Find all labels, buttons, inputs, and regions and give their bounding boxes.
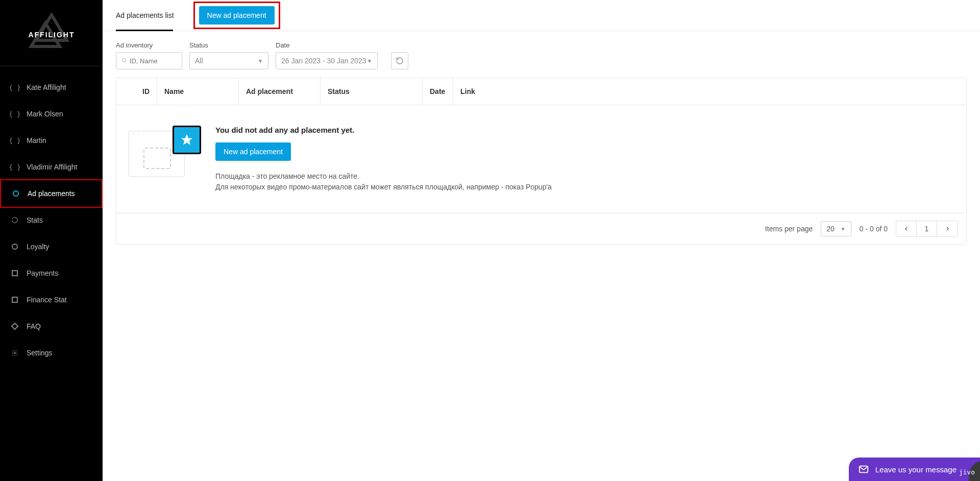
- empty-state: You did not add any ad placement yet. Ne…: [116, 105, 966, 213]
- sidebar-item-label: Finance Stat: [27, 296, 67, 304]
- page-number[interactable]: 1: [917, 221, 937, 236]
- diamond-icon: [10, 323, 19, 330]
- col-link: Link: [453, 78, 966, 105]
- sidebar-item-martin[interactable]: { }Martin: [0, 127, 103, 154]
- star-badge-icon: [173, 126, 201, 154]
- filter-date: Date 26 Jan 2023 - 30 Jan 2023 ▼: [276, 41, 378, 69]
- filter-label: Ad inventory: [116, 41, 182, 49]
- tab-label: Ad placements list: [116, 11, 174, 19]
- ad-inventory-input[interactable]: [130, 57, 177, 65]
- svg-point-9: [122, 59, 126, 62]
- prev-page-button[interactable]: [896, 221, 917, 236]
- tabs-row: Ad placements list New ad placement: [103, 0, 980, 31]
- empty-new-ad-placement-button[interactable]: New ad placement: [215, 142, 291, 161]
- sidebar-item-kate-affilight[interactable]: { }Kate Affilight: [0, 74, 103, 101]
- search-icon: [121, 57, 128, 64]
- per-page-value: 20: [826, 225, 835, 233]
- sidebar-item-mark-olsen[interactable]: { }Mark Olsen: [0, 101, 103, 127]
- new-ad-placement-button[interactable]: New ad placement: [199, 6, 275, 25]
- pager: 1: [896, 221, 958, 237]
- table-header: ID Name Ad placement Status Date Link: [116, 78, 966, 105]
- next-page-button[interactable]: [937, 221, 958, 236]
- sidebar-item-label: Mark Olsen: [27, 110, 63, 118]
- braces-icon: { }: [10, 137, 19, 145]
- svg-point-8: [14, 352, 16, 354]
- col-id: ID: [116, 78, 157, 105]
- col-status: Status: [321, 78, 423, 105]
- sidebar-item-label: Payments: [27, 269, 58, 277]
- highlight-new-ad-placement: New ad placement: [193, 2, 280, 29]
- empty-illustration: [129, 126, 195, 193]
- braces-icon: { }: [10, 84, 19, 91]
- sidebar: AFFILIGHT { }Kate Affilight{ }Mark Olsen…: [0, 0, 103, 481]
- placements-card: ID Name Ad placement Status Date Link Yo…: [116, 78, 967, 245]
- sidebar-item-ad-placements[interactable]: Ad placements: [0, 179, 103, 208]
- filter-status: Status All ▼: [189, 41, 268, 69]
- filter-label: Date: [276, 41, 378, 49]
- items-per-page-label: Items per page: [765, 225, 813, 233]
- empty-desc-line2: Для некоторых видео промо-материалов сай…: [215, 182, 552, 193]
- filter-label: Status: [189, 41, 268, 49]
- sidebar-item-label: Ad placements: [28, 189, 75, 198]
- sidebar-item-vladimir-affilight[interactable]: { }Vladimir Affilight: [0, 154, 103, 180]
- ad-inventory-input-wrap[interactable]: [116, 52, 182, 69]
- col-ad: Ad placement: [239, 78, 321, 105]
- svg-marker-11: [181, 134, 192, 145]
- sidebar-item-label: Settings: [27, 349, 53, 357]
- svg-point-3: [13, 191, 18, 196]
- svg-text:AFFILIGHT: AFFILIGHT: [28, 31, 75, 39]
- tab-ad-placements-list[interactable]: Ad placements list: [116, 0, 183, 31]
- date-range-picker[interactable]: 26 Jan 2023 - 30 Jan 2023 ▼: [276, 52, 378, 69]
- date-value: 26 Jan 2023 - 30 Jan 2023: [281, 57, 366, 65]
- pagination: Items per page 20 ▼ 0 - 0 of 0 1: [116, 213, 966, 244]
- col-name: Name: [157, 78, 239, 105]
- braces-icon: { }: [10, 163, 19, 171]
- svg-marker-7: [12, 323, 18, 329]
- status-value: All: [195, 57, 203, 65]
- chat-brand: jivo: [959, 468, 975, 476]
- chevron-down-icon: ▼: [258, 58, 263, 64]
- square-icon: [10, 270, 19, 277]
- star-icon: [180, 133, 193, 147]
- col-date: Date: [423, 78, 453, 105]
- circle-icon: [11, 190, 20, 197]
- affilight-logo-icon: AFFILIGHT: [21, 13, 82, 54]
- empty-desc-line1: Площадка - это рекламное место на сайте.: [215, 171, 552, 182]
- svg-rect-5: [12, 271, 17, 276]
- sidebar-item-payments[interactable]: Payments: [0, 260, 103, 286]
- sidebar-item-label: Stats: [27, 216, 43, 224]
- refresh-icon: [10, 217, 19, 224]
- circle-icon: [10, 243, 19, 250]
- status-select[interactable]: All ▼: [189, 52, 268, 69]
- filter-ad-inventory: Ad inventory: [116, 41, 182, 69]
- items-per-page-select[interactable]: 20 ▼: [821, 221, 851, 236]
- sidebar-item-stats[interactable]: Stats: [0, 207, 103, 233]
- nav: { }Kate Affilight{ }Mark Olsen{ }Martin{…: [0, 66, 103, 374]
- braces-icon: { }: [10, 110, 19, 118]
- logo: AFFILIGHT: [0, 0, 103, 66]
- sidebar-item-settings[interactable]: Settings: [0, 340, 103, 366]
- sidebar-item-label: FAQ: [27, 322, 41, 330]
- square-icon: [10, 296, 19, 303]
- svg-rect-6: [12, 297, 17, 302]
- reset-filters-button[interactable]: [391, 52, 408, 69]
- chevron-down-icon: ▼: [841, 226, 846, 232]
- chevron-right-icon: [945, 226, 950, 231]
- filters: Ad inventory Status All ▼ Date 26 Jan 20…: [103, 31, 980, 74]
- chevron-down-icon: ▼: [367, 58, 372, 64]
- mail-icon: [858, 464, 869, 475]
- sidebar-item-loyalty[interactable]: Loyalty: [0, 233, 103, 260]
- sidebar-item-label: Vladimir Affilight: [27, 163, 77, 171]
- empty-text: You did not add any ad placement yet. Ne…: [215, 126, 552, 193]
- svg-point-4: [12, 244, 17, 249]
- sidebar-item-faq[interactable]: FAQ: [0, 313, 103, 340]
- chat-widget[interactable]: Leave us your message jivo: [849, 458, 980, 481]
- pagination-range: 0 - 0 of 0: [860, 225, 888, 233]
- empty-title: You did not add any ad placement yet.: [215, 126, 552, 134]
- chevron-left-icon: [904, 226, 909, 231]
- sidebar-item-label: Loyalty: [27, 243, 49, 251]
- sidebar-item-finance-stat[interactable]: Finance Stat: [0, 286, 103, 313]
- sidebar-item-label: Kate Affilight: [27, 83, 66, 91]
- svg-line-10: [125, 61, 126, 62]
- main: Ad placements list New ad placement Ad i…: [103, 0, 980, 481]
